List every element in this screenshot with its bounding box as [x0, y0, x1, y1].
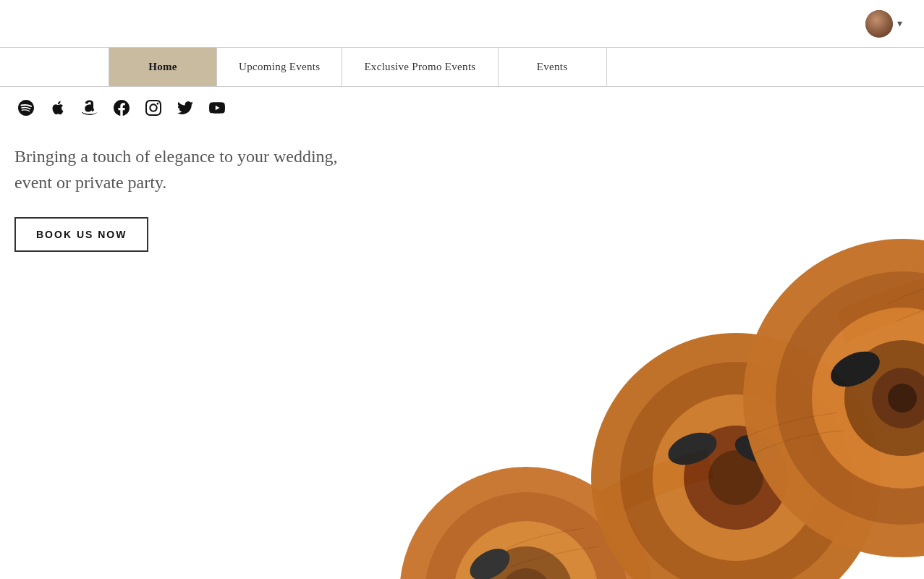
- svg-point-18: [888, 384, 917, 413]
- avatar: [865, 10, 893, 38]
- violin-image: [381, 145, 924, 579]
- hero-tagline: Bringing a touch of elegance to your wed…: [14, 143, 340, 195]
- nav-events[interactable]: Events: [499, 48, 607, 86]
- user-menu[interactable]: ▾: [865, 10, 902, 38]
- top-bar: ▾: [0, 0, 924, 47]
- hero-text-block: Bringing a touch of elegance to your wed…: [14, 143, 340, 252]
- youtube-icon[interactable]: [209, 100, 225, 116]
- nav-exclusive-promo-events[interactable]: Exclusive Promo Events: [342, 48, 498, 86]
- nav-home[interactable]: Home: [109, 48, 217, 86]
- spotify-icon[interactable]: [18, 100, 34, 116]
- main-nav: Home Upcoming Events Exclusive Promo Eve…: [0, 47, 924, 87]
- social-icons-row: [4, 87, 924, 129]
- amazon-icon[interactable]: [82, 100, 98, 116]
- twitter-icon[interactable]: [177, 100, 193, 116]
- chevron-down-icon: ▾: [897, 17, 902, 30]
- book-us-now-button[interactable]: BOOK US NOW: [14, 217, 148, 252]
- apple-icon[interactable]: [50, 100, 66, 116]
- nav-upcoming-events[interactable]: Upcoming Events: [217, 48, 342, 86]
- hero-section: Bringing a touch of elegance to your wed…: [0, 129, 924, 579]
- facebook-icon[interactable]: [114, 100, 130, 116]
- instagram-icon[interactable]: [145, 100, 161, 116]
